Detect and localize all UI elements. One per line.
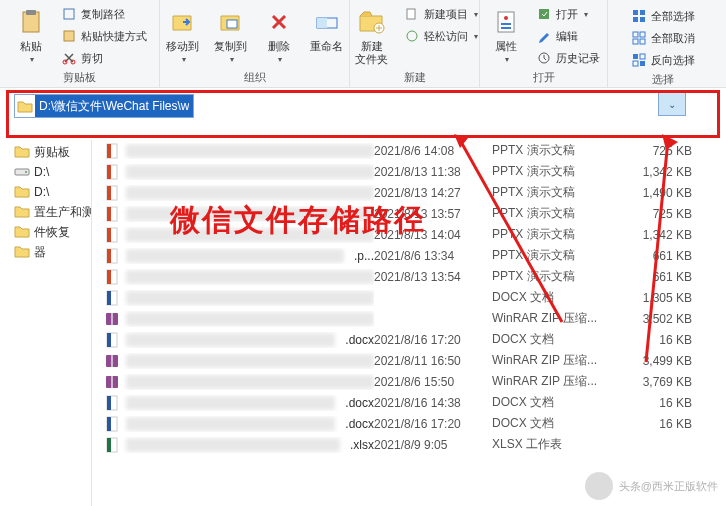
edit-button[interactable]: 编辑 — [532, 26, 604, 46]
file-row[interactable]: DOCX 文档1,305 KB — [92, 287, 726, 308]
svg-rect-57 — [111, 355, 113, 367]
file-row[interactable]: 2021/8/13 11:38PPTX 演示文稿1,342 KB — [92, 161, 726, 182]
select-none-button[interactable]: 全部取消 — [627, 28, 699, 48]
svg-rect-16 — [539, 9, 549, 19]
sidebar-item[interactable]: 置生产和测 — [0, 202, 91, 222]
address-input[interactable] — [35, 95, 193, 117]
file-name-blurred — [126, 270, 374, 284]
ribbon: 粘贴 ▾ 复制路径 粘贴快捷方式 剪切 剪贴板 移动到▾ 复制到▾ 删除▾ 重命… — [0, 0, 726, 88]
svg-rect-49 — [107, 270, 111, 284]
clipboard-icon — [14, 144, 30, 160]
sidebar-item[interactable]: 器 — [0, 242, 91, 262]
file-row[interactable]: .p...2021/8/6 13:34PPTX 演示文稿661 KB — [92, 245, 726, 266]
svg-rect-45 — [107, 228, 111, 242]
invert-selection-button[interactable]: 反向选择 — [627, 50, 699, 70]
folder-icon — [14, 184, 30, 200]
select-none-icon — [631, 30, 647, 46]
new-item-icon — [404, 6, 420, 22]
file-name-blurred — [126, 207, 374, 221]
svg-rect-19 — [640, 10, 645, 15]
file-name-cell: .docx — [104, 395, 374, 411]
copy-to-icon — [215, 6, 247, 38]
file-name-suffix: .p... — [354, 249, 374, 263]
file-row[interactable]: WinRAR ZIP 压缩...3,502 KB — [92, 308, 726, 329]
navigation-sidebar: 剪贴板D:\D:\置生产和测件恢复器 — [0, 140, 92, 506]
select-none-label: 全部取消 — [651, 31, 695, 46]
rename-button[interactable]: 重命名 — [305, 4, 349, 68]
paste-shortcut-button[interactable]: 粘贴快捷方式 — [57, 26, 151, 46]
file-row[interactable]: .xlsx2021/8/9 9:05XLSX 工作表 — [92, 434, 726, 455]
svg-rect-23 — [640, 32, 645, 37]
file-date-cell: 2021/8/11 16:50 — [374, 354, 492, 368]
file-row[interactable]: .docx2021/8/16 17:20DOCX 文档16 KB — [92, 329, 726, 350]
svg-rect-8 — [317, 18, 327, 28]
svg-rect-18 — [633, 10, 638, 15]
select-all-icon — [631, 8, 647, 24]
copy-to-label: 复制到 — [214, 40, 247, 53]
file-row[interactable]: 2021/8/13 13:54PPTX 演示文稿661 KB — [92, 266, 726, 287]
zip-file-icon — [104, 311, 120, 327]
file-name-cell — [104, 227, 374, 243]
svg-rect-10 — [407, 9, 415, 19]
new-folder-label: 新建 文件夹 — [355, 40, 388, 66]
file-row[interactable]: 2021/8/13 14:27PPTX 演示文稿1,490 KB — [92, 182, 726, 203]
chevron-down-icon: ▾ — [474, 10, 478, 19]
properties-button[interactable]: 属性▾ — [484, 4, 528, 68]
svg-rect-47 — [107, 249, 111, 263]
copy-path-icon — [61, 6, 77, 22]
file-row[interactable]: 2021/8/6 15:50WinRAR ZIP 压缩...3,769 KB — [92, 371, 726, 392]
open-button[interactable]: 打开▾ — [532, 4, 604, 24]
copy-to-button[interactable]: 复制到▾ — [209, 4, 253, 68]
watermark-text: 头条@西米正版软件 — [619, 480, 718, 493]
file-name-cell — [104, 269, 374, 285]
file-name-cell — [104, 143, 374, 159]
file-name-suffix: .xlsx — [350, 438, 374, 452]
file-row[interactable]: 2021/8/11 16:50WinRAR ZIP 压缩...3,499 KB — [92, 350, 726, 371]
watermark: 头条@西米正版软件 — [585, 472, 718, 500]
docx-file-icon — [104, 290, 120, 306]
easy-access-icon — [404, 28, 420, 44]
file-list: 2021/8/6 14:08PPTX 演示文稿725 KB2021/8/13 1… — [92, 140, 726, 506]
ribbon-group-open: 属性▾ 打开▾ 编辑 历史记录 打开 — [480, 0, 608, 87]
rename-icon — [311, 6, 343, 38]
copy-path-button[interactable]: 复制路径 — [57, 4, 151, 24]
chevron-down-icon: ▾ — [30, 55, 34, 64]
svg-rect-28 — [633, 61, 638, 66]
paste-button[interactable]: 粘贴 ▾ — [9, 4, 53, 68]
copy-path-label: 复制路径 — [81, 7, 125, 22]
file-name-cell — [104, 206, 374, 222]
file-row[interactable]: 2021/8/13 13:57PPTX 演示文稿725 KB — [92, 203, 726, 224]
file-date-cell: 2021/8/9 9:05 — [374, 438, 492, 452]
move-to-button[interactable]: 移动到▾ — [161, 4, 205, 68]
sidebar-item[interactable]: D:\ — [0, 162, 91, 182]
pptx-file-icon — [104, 185, 120, 201]
address-bar[interactable] — [14, 94, 194, 118]
sidebar-item[interactable]: D:\ — [0, 182, 91, 202]
delete-button[interactable]: 删除▾ — [257, 4, 301, 68]
ribbon-group-new: 新建 文件夹 新建项目▾ 轻松访问▾ 新建 — [350, 0, 480, 87]
address-history-dropdown[interactable]: ⌄ — [658, 92, 686, 116]
file-name-cell — [104, 185, 374, 201]
ribbon-group-organize-label: 组织 — [244, 68, 266, 87]
file-row[interactable]: .docx2021/8/16 17:20DOCX 文档16 KB — [92, 413, 726, 434]
paste-shortcut-icon — [61, 28, 77, 44]
new-folder-button[interactable]: 新建 文件夹 — [348, 4, 396, 68]
new-item-button[interactable]: 新建项目▾ — [400, 4, 482, 24]
cut-button[interactable]: 剪切 — [57, 48, 151, 68]
file-type-cell: DOCX 文档 — [492, 394, 622, 411]
file-date-cell: 2021/8/16 14:38 — [374, 396, 492, 410]
select-all-button[interactable]: 全部选择 — [627, 6, 699, 26]
sidebar-item[interactable]: 剪贴板 — [0, 142, 91, 162]
easy-access-button[interactable]: 轻松访问▾ — [400, 26, 482, 46]
cut-icon — [61, 50, 77, 66]
file-row[interactable]: 2021/8/13 14:04PPTX 演示文稿1,342 KB — [92, 224, 726, 245]
sidebar-item[interactable]: 件恢复 — [0, 222, 91, 242]
history-button[interactable]: 历史记录 — [532, 48, 604, 68]
file-row[interactable]: 2021/8/6 14:08PPTX 演示文稿725 KB — [92, 140, 726, 161]
file-type-cell: DOCX 文档 — [492, 331, 622, 348]
file-name-blurred — [126, 291, 374, 305]
file-row[interactable]: .docx2021/8/16 14:38DOCX 文档16 KB — [92, 392, 726, 413]
docx-file-icon — [104, 395, 120, 411]
ribbon-group-select-label: 选择 — [652, 70, 674, 89]
svg-rect-55 — [107, 333, 111, 347]
